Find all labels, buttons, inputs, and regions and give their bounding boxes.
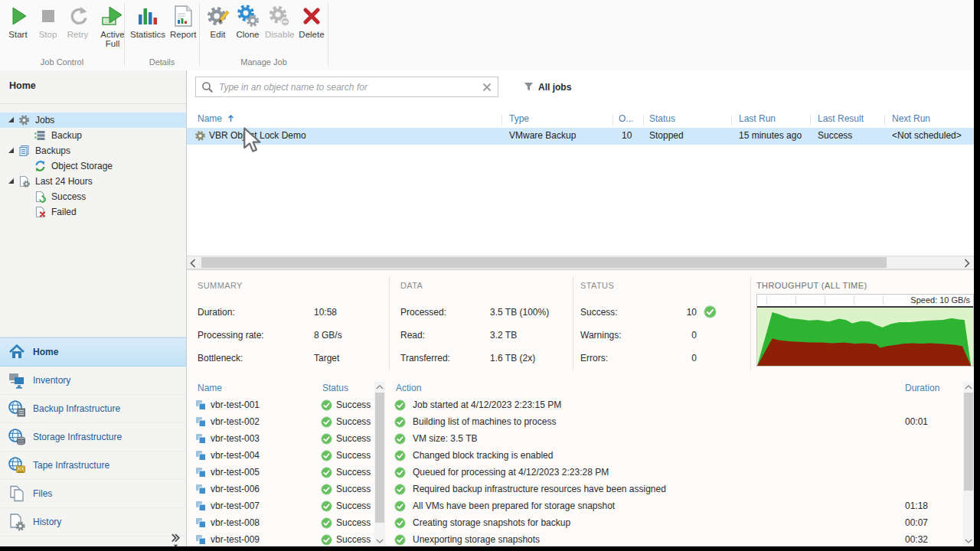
vm-column-header-name[interactable]: Name <box>198 383 222 393</box>
scroll-right-icon[interactable] <box>963 259 971 268</box>
scroll-down-icon[interactable] <box>965 538 972 544</box>
action-log-row[interactable]: Unexporting storage snapshots 00:32 <box>390 531 963 546</box>
success-check-icon <box>321 399 332 411</box>
vm-column-header-status[interactable]: Status <box>322 383 348 393</box>
data-title: DATA <box>400 281 423 290</box>
ribbon-group-label: Manage Job <box>200 57 328 67</box>
horizontal-scrollbar-thumb[interactable] <box>201 257 887 268</box>
ribbon-button-icon <box>268 5 291 28</box>
statistics-button[interactable]: Statistics <box>128 2 168 39</box>
search-input[interactable] <box>195 77 498 97</box>
ribbon-button-label: Start <box>8 30 27 39</box>
action-log-row[interactable]: VM size: 3.5 TB <box>390 430 963 447</box>
vm-scrollbar-thumb[interactable] <box>375 393 384 523</box>
delete-button[interactable]: Delete <box>296 2 326 39</box>
sidebar-item-failed[interactable]: Failed <box>0 204 186 220</box>
action-column-header[interactable]: Action <box>396 383 421 393</box>
column-header-objects[interactable]: O... <box>619 113 633 124</box>
vm-table-row[interactable]: vbr-test-002 Success <box>187 413 374 430</box>
sidebar-item-last-24-hours[interactable]: Last 24 Hours <box>0 174 186 189</box>
vm-table-row[interactable]: vbr-test-009 Success <box>187 531 374 546</box>
expander-icon[interactable] <box>6 115 18 126</box>
success-check-icon <box>394 500 406 512</box>
clear-search-icon[interactable] <box>482 82 492 93</box>
success-check-icon <box>394 467 406 478</box>
tree-item-label: Last 24 Hours <box>35 176 93 187</box>
vm-table-row[interactable]: vbr-test-001 Success <box>187 396 374 413</box>
action-log-row[interactable]: Changed block tracking is enabled <box>390 447 963 464</box>
nav-home[interactable]: Home <box>0 337 186 367</box>
action-log-row[interactable]: Job started at 4/12/2023 2:23:15 PM <box>390 396 963 413</box>
nav-history[interactable]: History <box>0 508 186 536</box>
active-full-button[interactable]: Active Full <box>93 2 132 48</box>
edit-button[interactable]: Edit <box>203 2 233 39</box>
vm-table-row[interactable]: vbr-test-005 Success <box>187 464 374 481</box>
filter-funnel-icon[interactable] <box>523 81 534 93</box>
nav-tape-infrastructure[interactable]: Tape Infrastructure <box>0 452 186 480</box>
nav-files[interactable]: Files <box>0 480 186 508</box>
action-log-row[interactable]: Creating storage snapshots for backup 00… <box>390 514 963 531</box>
ribbon-group-job-control: Start Stop Retry Active Full <box>3 2 132 55</box>
action-log-row[interactable]: Required backup infrastructure resources… <box>390 481 963 497</box>
scroll-up-icon[interactable] <box>965 384 972 390</box>
duration-column-header[interactable]: Duration <box>905 383 939 393</box>
column-header-name[interactable]: Name <box>198 113 222 124</box>
vm-list-scrollbar[interactable] <box>374 382 385 546</box>
scroll-up-icon[interactable] <box>376 384 384 390</box>
chart-plot-area <box>757 308 973 366</box>
action-text: Building list of machines to process <box>413 416 556 427</box>
success-check-icon <box>321 467 332 478</box>
action-log-row[interactable]: All VMs have been prepared for storage s… <box>390 497 963 514</box>
action-log-row[interactable]: Building list of machines to process 00:… <box>390 413 963 430</box>
filter-label[interactable]: All jobs <box>538 82 571 93</box>
report-button[interactable]: Report <box>168 2 199 39</box>
column-header-last-result[interactable]: Last Result <box>818 113 864 124</box>
job-next-run: <Not scheduled> <box>892 130 962 141</box>
vm-table-row[interactable]: vbr-test-007 Success <box>187 497 374 514</box>
action-scrollbar-thumb[interactable] <box>964 393 973 491</box>
vm-status: Success <box>336 517 371 528</box>
stop-button[interactable]: Stop <box>33 2 63 39</box>
horizontal-scrollbar[interactable] <box>187 256 974 269</box>
action-log-row[interactable]: Queued for processing at 4/12/2023 2:23:… <box>390 464 963 481</box>
sidebar-item-success[interactable]: Success <box>0 189 186 204</box>
vm-status: Success <box>336 534 371 545</box>
tree-item-label: Object Storage <box>51 161 113 171</box>
start-button[interactable]: Start <box>3 2 33 39</box>
column-header-type[interactable]: Type <box>509 113 529 124</box>
nav-backup-infrastructure[interactable]: Backup Infrastructure <box>0 395 186 423</box>
sidebar-item-backup[interactable]: Backup <box>0 128 186 143</box>
retry-button[interactable]: Retry <box>63 2 93 39</box>
sidebar-item-object-storage[interactable]: Object Storage <box>0 158 186 174</box>
vm-status: Success <box>336 399 371 410</box>
nav-storage-infrastructure[interactable]: Storage Infrastructure <box>0 423 186 452</box>
action-list-scrollbar[interactable] <box>963 382 974 546</box>
disable-button[interactable]: Disable <box>263 2 296 39</box>
vm-table-row[interactable]: vbr-test-004 Success <box>187 447 374 464</box>
success-check-icon <box>394 433 406 445</box>
status-success-count: 10 <box>665 306 697 318</box>
sidebar-item-backups[interactable]: Backups <box>0 143 186 158</box>
vm-table-row[interactable]: vbr-test-008 Success <box>187 514 374 531</box>
vm-name: vbr-test-003 <box>211 433 260 444</box>
vm-status: Success <box>336 450 371 461</box>
clone-button[interactable]: Clone <box>233 2 263 39</box>
sidebar-item-jobs[interactable]: Jobs <box>0 112 186 128</box>
data-read: 3.2 TB <box>490 329 517 341</box>
column-header-last-run[interactable]: Last Run <box>739 113 776 124</box>
column-header-status[interactable]: Status <box>649 113 675 124</box>
search-icon <box>201 81 214 93</box>
scroll-left-icon[interactable] <box>189 259 197 268</box>
nav-inventory[interactable]: Inventory <box>0 367 186 395</box>
vm-table-row[interactable]: vbr-test-003 Success <box>187 430 374 447</box>
veeam-console-window: Start Stop Retry Active Full <box>0 0 980 551</box>
expander-icon[interactable] <box>6 176 18 187</box>
tree-item-label: Backup <box>51 130 82 141</box>
ribbon-button-label: Report <box>170 30 197 39</box>
job-row-selected[interactable]: VBR Object Lock Demo VMware Backup 10 St… <box>187 128 974 145</box>
expander-icon[interactable] <box>6 145 18 156</box>
scroll-down-icon[interactable] <box>376 538 384 544</box>
column-header-next-run[interactable]: Next Run <box>892 113 930 124</box>
vm-table-row[interactable]: vbr-test-006 Success <box>187 481 374 497</box>
vm-name: vbr-test-002 <box>211 416 260 427</box>
